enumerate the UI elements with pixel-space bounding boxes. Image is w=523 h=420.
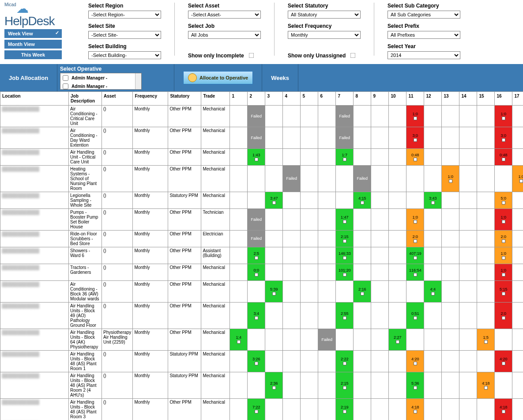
status-checkbox[interactable] (414, 316, 417, 320)
this-week-button[interactable]: This Week (4, 50, 62, 59)
asset-select[interactable]: -Select Asset- (188, 11, 261, 19)
status-green[interactable]: 1:43 (248, 149, 265, 165)
status-checkbox[interactable] (343, 256, 346, 260)
status-green[interactable]: 2:5 (248, 247, 265, 264)
status-checkbox[interactable] (343, 158, 346, 161)
site-select[interactable]: -Select Site- (88, 31, 161, 39)
cell-week-11[interactable]: 1:0 (406, 209, 424, 231)
cell-week-7[interactable]: 2:15 (336, 372, 354, 399)
cell-week-16[interactable]: 5:0 (495, 192, 512, 209)
cell-week-2[interactable]: Failed (248, 209, 265, 231)
status-checkbox[interactable] (502, 316, 505, 320)
status-green[interactable]: 1:4 (230, 329, 247, 350)
cell-week-11[interactable]: 4:20 (406, 351, 424, 372)
status-checkbox[interactable] (414, 158, 417, 161)
cell-week-2[interactable]: Failed (248, 106, 265, 127)
cell-week-11[interactable]: 5:36 (406, 372, 424, 399)
status-green[interactable]: 3:4 (248, 303, 265, 329)
cell-week-16[interactable]: 3:0 (495, 127, 512, 149)
cell-week-8[interactable]: 2:16 (354, 281, 371, 303)
cell-week-16[interactable]: 4:20 (495, 351, 512, 372)
region-select[interactable]: -Select Region- (88, 11, 161, 19)
status-green[interactable]: 407:19 (406, 247, 424, 264)
status-green[interactable]: 0:51 (406, 303, 424, 329)
cell-week-2[interactable]: 0:0 (248, 264, 265, 281)
status-checkbox[interactable] (502, 201, 505, 204)
cell-week-7[interactable]: 101:20 (336, 264, 354, 281)
cell-week-7[interactable]: Failed (336, 127, 354, 149)
subcat-select[interactable]: All Sub Categories (388, 11, 460, 19)
status-checkbox[interactable] (502, 117, 505, 120)
status-checkbox[interactable] (343, 239, 346, 243)
status-orange[interactable]: 4:20 (406, 351, 424, 372)
cell-week-2[interactable]: 2:5 (248, 247, 265, 264)
allocate-button[interactable]: Allocate to Operative (183, 71, 253, 84)
status-gray[interactable]: Failed (354, 166, 371, 192)
status-green[interactable]: 101:20 (336, 264, 353, 280)
cell-week-11[interactable]: 116:54 (406, 264, 424, 281)
cell-week-12[interactable]: 3:43 (424, 192, 442, 209)
status-green[interactable]: 4:4 (424, 281, 441, 302)
status-checkbox[interactable] (502, 239, 505, 243)
status-checkbox[interactable] (343, 273, 346, 276)
cell-week-11[interactable]: 407:19 (406, 247, 424, 264)
status-orange[interactable]: 1:0 (442, 166, 459, 192)
cell-week-11[interactable]: 3:0 (406, 127, 424, 149)
status-green[interactable]: 2:27 (389, 329, 406, 350)
status-green[interactable]: 4:15 (354, 192, 371, 208)
cell-week-7[interactable]: 2:55 (336, 303, 354, 329)
status-green[interactable]: 2:15 (336, 372, 353, 398)
status-green[interactable]: 2:36 (265, 372, 282, 398)
status-green[interactable]: 2:55 (336, 303, 353, 329)
cell-week-11[interactable]: 1:0 (406, 106, 424, 127)
year-select[interactable]: 2014 (388, 51, 460, 59)
status-orange[interactable]: 1:5 (477, 329, 494, 350)
status-orange[interactable]: 4:18 (477, 372, 494, 398)
cell-week-11[interactable]: 4:18 (406, 399, 424, 420)
cell-week-4[interactable]: Failed (283, 166, 301, 192)
status-checkbox[interactable] (484, 386, 488, 390)
cell-week-2[interactable]: 1:43 (248, 149, 265, 166)
status-green[interactable]: 1:7 (336, 149, 353, 165)
weeks-tab[interactable]: Weeks (262, 64, 298, 91)
status-red[interactable]: 0:48 (495, 149, 512, 165)
status-checkbox[interactable] (431, 201, 435, 204)
scrollbar[interactable] (135, 73, 141, 89)
cell-week-11[interactable]: 0:51 (406, 303, 424, 329)
status-green[interactable]: 3:47 (265, 192, 282, 208)
building-select[interactable]: -Select Building- (88, 51, 161, 59)
status-checkbox[interactable] (502, 362, 505, 365)
cell-week-10[interactable]: 2:27 (389, 329, 406, 351)
status-green[interactable]: 2:19 (336, 399, 353, 420)
status-green[interactable]: 2:15 (336, 231, 353, 247)
status-green[interactable]: 3:26 (248, 351, 265, 372)
cell-week-11[interactable]: 0:48 (406, 149, 424, 166)
status-red[interactable]: 1:0 (495, 209, 512, 230)
status-checkbox[interactable] (255, 273, 258, 276)
cell-week-16[interactable]: 1:0 (495, 247, 512, 264)
cell-week-2[interactable]: 7:22 (248, 399, 265, 420)
status-green[interactable]: 2:22 (336, 351, 353, 372)
status-checkbox[interactable] (449, 179, 452, 183)
cell-week-7[interactable]: Failed (336, 106, 354, 127)
status-green[interactable]: 1:47 (336, 209, 353, 230)
status-checkbox[interactable] (414, 386, 417, 390)
status-checkbox[interactable] (255, 410, 258, 413)
cell-week-7[interactable]: 1:7 (336, 149, 354, 166)
cell-week-2[interactable]: Failed (248, 231, 265, 247)
cell-week-16[interactable]: 2:0 (495, 303, 512, 329)
grid-scroll[interactable]: Location Job Description Asset Frequency… (0, 91, 523, 420)
status-gray[interactable]: Failed (248, 106, 265, 127)
job-allocation-tab[interactable]: Job Allocation (0, 64, 57, 91)
status-red[interactable]: 4:20 (495, 351, 512, 372)
status-orange[interactable]: 0:48 (406, 149, 424, 165)
status-green[interactable]: 0:0 (248, 264, 265, 280)
status-gray[interactable]: Failed (336, 127, 353, 148)
status-green[interactable]: 7:22 (248, 399, 265, 420)
cell-week-3[interactable]: 2:36 (265, 372, 283, 399)
status-red[interactable]: 3:0 (495, 127, 512, 148)
status-green[interactable]: 116:54 (406, 264, 424, 280)
status-red[interactable]: 3:0 (406, 127, 424, 148)
status-checkbox[interactable] (343, 220, 346, 223)
status-checkbox[interactable] (414, 239, 417, 243)
